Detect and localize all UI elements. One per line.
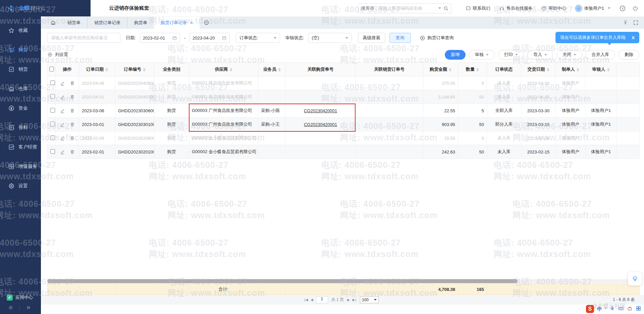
chevron-down-icon[interactable] [438, 7, 441, 9]
column-header-amount[interactable]: 购货金额 [423, 63, 458, 76]
keyboard-icon[interactable] [618, 306, 624, 312]
tab-close-icon[interactable]: × [190, 20, 193, 25]
toolbar-button-0[interactable]: 新增 [445, 50, 466, 60]
collapse-sidebar-icon[interactable] [26, 305, 31, 311]
toolbox-icon[interactable] [627, 306, 633, 312]
toolbar-button-6[interactable]: 删除 [619, 50, 639, 60]
trash-icon[interactable] [70, 81, 75, 86]
column-header-salesman[interactable]: 业务员 [258, 63, 286, 76]
sidebar-item-sales[interactable]: 销货 [0, 60, 41, 79]
sidebar-item-customer[interactable]: 客户经营 [0, 137, 41, 157]
edit-icon[interactable] [60, 136, 65, 141]
edit-icon[interactable] [60, 95, 65, 100]
after-sales-link[interactable]: 售后在线服务 [499, 5, 533, 11]
tab-0[interactable]: 销货单 [61, 16, 87, 29]
order-status-select[interactable]: 订单状态: [236, 33, 280, 43]
sort-icon[interactable] [230, 68, 232, 71]
audit-status-select[interactable]: (空) [308, 33, 352, 43]
sidebar-item-settings[interactable]: 设置 [0, 176, 41, 196]
related-po-link[interactable]: CG20230420001 [304, 122, 337, 127]
sort-icon[interactable] [105, 68, 108, 71]
sidebar-item-cart[interactable]: 购货 [0, 40, 41, 60]
trash-icon[interactable] [70, 108, 75, 113]
grid-menu-icon[interactable] [636, 306, 641, 312]
ime-language-toggle[interactable]: 中 [597, 306, 602, 312]
contact-us-link[interactable]: 联系我们 [466, 5, 490, 11]
sort-icon[interactable] [577, 68, 579, 71]
edit-icon[interactable] [60, 149, 65, 154]
app-center[interactable]: ✔ 应用中心 [0, 295, 41, 301]
horizontal-scrollbar[interactable] [47, 279, 639, 283]
toast-close-button[interactable]: X [632, 35, 635, 40]
date-from-input[interactable]: 2023-02-01 [140, 33, 180, 43]
row-checkbox[interactable] [50, 80, 55, 85]
ime-punctuation-toggle[interactable]: ’ [605, 306, 606, 312]
column-header-delivery[interactable]: 交货日期 [521, 63, 556, 76]
help-center-link[interactable]: 帮助中心 [541, 5, 566, 11]
toolbar-button-2[interactable]: 打印 [498, 50, 524, 60]
column-header-qty[interactable]: 数量 [458, 63, 487, 76]
microphone-icon[interactable] [609, 306, 615, 312]
row-checkbox[interactable] [50, 94, 55, 99]
sort-icon[interactable] [449, 68, 451, 71]
sidebar-item-docs[interactable]: 资料 [0, 118, 41, 137]
trash-icon[interactable] [70, 136, 75, 141]
sidebar-item-warehouse[interactable]: 仓库 [0, 79, 41, 99]
first-page-button[interactable]: ❘◀ [303, 298, 307, 302]
next-page-button[interactable]: ▶ [347, 298, 349, 302]
page-size-select[interactable]: 100 [360, 296, 379, 303]
column-header-no[interactable]: 订单编号 [115, 63, 154, 76]
tab-2[interactable]: 购货单 [127, 16, 154, 29]
prev-page-button[interactable]: ◀ [311, 298, 313, 302]
sidebar-item-vas[interactable]: 增值服务 [0, 157, 41, 176]
order-query-guide[interactable]: 购货订单查询 [420, 35, 454, 41]
toolbar-button-3[interactable]: 导入 [527, 50, 553, 60]
power-icon[interactable] [632, 5, 639, 12]
tab-3[interactable]: 购货订单记录× [154, 16, 200, 29]
trash-icon[interactable] [70, 122, 75, 127]
row-checkbox[interactable] [50, 149, 55, 154]
toolbar-button-5[interactable]: 合并入库 [586, 50, 615, 60]
date-to-input[interactable]: 2023-04-20 [190, 33, 230, 43]
row-checkbox[interactable] [50, 122, 55, 126]
global-search[interactable]: 搜库存 请输入商品编码或名称 [358, 3, 451, 13]
sort-icon[interactable] [547, 68, 549, 71]
tab-1[interactable]: 销货订单记录 [87, 16, 127, 29]
row-checkbox[interactable] [50, 108, 55, 113]
query-button[interactable]: 查询 [389, 33, 411, 43]
keyword-input[interactable]: 请输入单据号或供应商或备注 [47, 33, 120, 43]
sort-icon[interactable] [476, 68, 479, 71]
edit-icon[interactable] [60, 108, 65, 113]
back-icon[interactable] [619, 5, 626, 12]
column-header-date[interactable]: 订单日期 [79, 63, 115, 76]
sort-icon[interactable] [607, 68, 610, 71]
related-po-link[interactable]: CG20230420001 [304, 108, 337, 113]
search-icon[interactable] [443, 6, 448, 11]
column-header-auditor[interactable]: 审核人 [586, 63, 616, 76]
column-settings-button[interactable]: 列设置 [47, 52, 68, 58]
toolbar-button-4[interactable]: 关闭 [556, 50, 582, 60]
trash-icon[interactable] [70, 149, 75, 154]
theme-toggle-icon[interactable] [8, 305, 13, 311]
trash-icon[interactable] [70, 95, 75, 100]
row-checkbox[interactable] [50, 135, 55, 140]
column-header-supplier[interactable]: 供应商 [189, 63, 258, 76]
edit-icon[interactable] [60, 122, 65, 127]
toolbar-button-1[interactable]: 审核 [469, 50, 495, 60]
sort-icon[interactable] [278, 68, 281, 71]
home-tab[interactable] [46, 20, 61, 25]
user-menu[interactable]: ☺ 体验用户1 [575, 5, 610, 12]
select-all-checkbox[interactable] [49, 67, 54, 71]
recent-tabs-icon[interactable] [204, 20, 209, 25]
advanced-search-button[interactable]: 高级搜索 [358, 33, 385, 43]
sidebar-item-star[interactable]: 收藏 [0, 21, 41, 40]
page-number-input[interactable]: 1 [316, 296, 328, 303]
column-header-maker[interactable]: 制单人 [556, 63, 586, 76]
sort-icon[interactable] [143, 68, 146, 71]
scrollbar-thumb[interactable] [47, 279, 518, 283]
collapse-up-icon[interactable] [623, 20, 628, 25]
search-category[interactable]: 搜库存 [361, 5, 374, 11]
sogou-logo-icon[interactable]: S [586, 305, 594, 313]
edit-icon[interactable] [60, 81, 65, 86]
last-page-button[interactable]: ▶❘ [353, 298, 357, 302]
